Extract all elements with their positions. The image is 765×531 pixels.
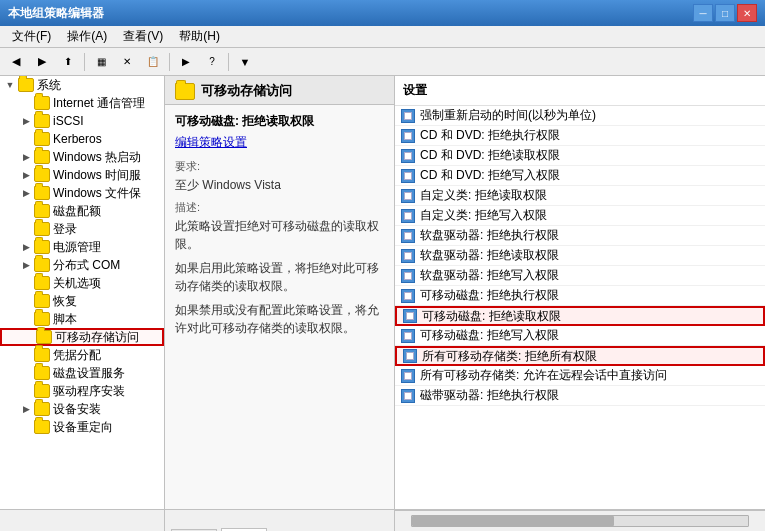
tree-item-driver-install[interactable]: 驱动程序安装 bbox=[0, 382, 164, 400]
folder-icon bbox=[34, 114, 50, 128]
tree-item-power[interactable]: ▶ 电源管理 bbox=[0, 238, 164, 256]
help-button[interactable]: ? bbox=[200, 51, 224, 73]
expand-icon[interactable]: ▶ bbox=[18, 149, 34, 165]
settings-item-icon-4 bbox=[401, 189, 415, 203]
tree-item-dcom[interactable]: ▶ 分布式 COM bbox=[0, 256, 164, 274]
requires-text: 至少 Windows Vista bbox=[175, 176, 384, 194]
tree-item-shutdown[interactable]: 关机选项 bbox=[0, 274, 164, 292]
tree-item-recovery[interactable]: 恢复 bbox=[0, 292, 164, 310]
tree-label: 磁盘设置服务 bbox=[53, 365, 125, 382]
settings-item-11[interactable]: 可移动磁盘: 拒绝写入权限 bbox=[395, 326, 765, 346]
tree-label: iSCSI bbox=[53, 114, 84, 128]
show-hide-button[interactable]: ▦ bbox=[89, 51, 113, 73]
folder-icon bbox=[34, 402, 50, 416]
menu-view[interactable]: 查看(V) bbox=[115, 26, 171, 47]
menu-action[interactable]: 操作(A) bbox=[59, 26, 115, 47]
settings-panel: 设置 强制重新启动的时间(以秒为单位) CD 和 DVD: 拒绝执行权限 CD … bbox=[395, 76, 765, 509]
expand-icon[interactable]: ▶ bbox=[18, 401, 34, 417]
settings-item-5[interactable]: 自定义类: 拒绝写入权限 bbox=[395, 206, 765, 226]
settings-item-text-4: 自定义类: 拒绝读取权限 bbox=[420, 187, 547, 204]
settings-item-2[interactable]: CD 和 DVD: 拒绝读取权限 bbox=[395, 146, 765, 166]
tree-item-credential[interactable]: 凭据分配 bbox=[0, 346, 164, 364]
settings-item-14[interactable]: 磁带驱动器: 拒绝执行权限 bbox=[395, 386, 765, 406]
separator-3 bbox=[228, 53, 229, 71]
tree-item-windows-hot[interactable]: ▶ Windows 热启动 bbox=[0, 148, 164, 166]
folder-icon-system bbox=[18, 78, 34, 92]
properties-button[interactable]: 📋 bbox=[141, 51, 165, 73]
expand-icon[interactable] bbox=[18, 275, 34, 291]
forward-button[interactable]: ▶ bbox=[30, 51, 54, 73]
settings-item-text-12: 所有可移动存储类: 拒绝所有权限 bbox=[422, 348, 597, 365]
tree-item-kerberos[interactable]: Kerberos bbox=[0, 130, 164, 148]
up-button[interactable]: ⬆ bbox=[56, 51, 80, 73]
settings-item-0[interactable]: 强制重新启动的时间(以秒为单位) bbox=[395, 106, 765, 126]
settings-item-icon-2 bbox=[401, 149, 415, 163]
expand-icon[interactable]: ▼ bbox=[2, 77, 18, 93]
run-button[interactable]: ▶ bbox=[174, 51, 198, 73]
settings-item-icon-11 bbox=[401, 329, 415, 343]
tree-item-script[interactable]: 脚本 bbox=[0, 310, 164, 328]
separator-2 bbox=[169, 53, 170, 71]
tree-item-removable-storage[interactable]: 可移动存储访问 bbox=[0, 328, 164, 346]
settings-item-10[interactable]: 可移动磁盘: 拒绝读取权限 bbox=[395, 306, 765, 326]
expand-icon[interactable] bbox=[18, 131, 34, 147]
delete-button[interactable]: ✕ bbox=[115, 51, 139, 73]
tree-label: 设备安装 bbox=[53, 401, 101, 418]
filter-button[interactable]: ▼ bbox=[233, 51, 257, 73]
tree-label: Windows 文件保 bbox=[53, 185, 141, 202]
expand-icon[interactable] bbox=[20, 329, 36, 345]
settings-item-6[interactable]: 软盘驱动器: 拒绝执行权限 bbox=[395, 226, 765, 246]
tree-item-login[interactable]: 登录 bbox=[0, 220, 164, 238]
maximize-button[interactable]: □ bbox=[715, 4, 735, 22]
edit-policy-link[interactable]: 编辑策略设置 bbox=[175, 135, 247, 149]
settings-item-8[interactable]: 软盘驱动器: 拒绝写入权限 bbox=[395, 266, 765, 286]
tree-item-device-redirect[interactable]: 设备重定向 bbox=[0, 418, 164, 436]
expand-icon[interactable]: ▶ bbox=[18, 185, 34, 201]
settings-item-4[interactable]: 自定义类: 拒绝读取权限 bbox=[395, 186, 765, 206]
expand-icon[interactable] bbox=[18, 383, 34, 399]
settings-item-icon-12 bbox=[403, 349, 417, 363]
tree-item-iscsi[interactable]: ▶ iSCSI bbox=[0, 112, 164, 130]
expand-icon[interactable] bbox=[18, 419, 34, 435]
expand-icon[interactable] bbox=[18, 221, 34, 237]
expand-icon[interactable] bbox=[18, 365, 34, 381]
tree-item-disk-quota[interactable]: 磁盘配额 bbox=[0, 202, 164, 220]
minimize-button[interactable]: ─ bbox=[693, 4, 713, 22]
settings-item-text-5: 自定义类: 拒绝写入权限 bbox=[420, 207, 547, 224]
tree-panel[interactable]: ▼ 系统 Internet 通信管理 ▶ iSCSI Kerberos ▶ Wi… bbox=[0, 76, 165, 509]
folder-icon bbox=[34, 312, 50, 326]
description-text-2: 如果启用此策略设置，将拒绝对此可移动存储类的读取权限。 bbox=[175, 259, 384, 295]
folder-icon bbox=[34, 150, 50, 164]
tree-item-windows-file[interactable]: ▶ Windows 文件保 bbox=[0, 184, 164, 202]
back-button[interactable]: ◀ bbox=[4, 51, 28, 73]
description-text-3: 如果禁用或没有配置此策略设置，将允许对此可移动存储类的读取权限。 bbox=[175, 301, 384, 337]
expand-icon[interactable] bbox=[18, 311, 34, 327]
menu-file[interactable]: 文件(F) bbox=[4, 26, 59, 47]
tree-item-windows-time[interactable]: ▶ Windows 时间服 bbox=[0, 166, 164, 184]
tree-item-device-install[interactable]: ▶ 设备安装 bbox=[0, 400, 164, 418]
settings-item-12[interactable]: 所有可移动存储类: 拒绝所有权限 bbox=[395, 346, 765, 366]
tree-item-internet[interactable]: Internet 通信管理 bbox=[0, 94, 164, 112]
tree-label: 分布式 COM bbox=[53, 257, 120, 274]
detail-body: 可移动磁盘: 拒绝读取权限 编辑策略设置 要求: 至少 Windows Vist… bbox=[165, 105, 394, 351]
tree-item-disk-service[interactable]: 磁盘设置服务 bbox=[0, 364, 164, 382]
expand-icon[interactable] bbox=[18, 203, 34, 219]
settings-item-3[interactable]: CD 和 DVD: 拒绝写入权限 bbox=[395, 166, 765, 186]
detail-header: 可移动存储访问 bbox=[165, 76, 394, 105]
settings-item-9[interactable]: 可移动磁盘: 拒绝执行权限 bbox=[395, 286, 765, 306]
settings-item-13[interactable]: 所有可移动存储类: 允许在远程会话中直接访问 bbox=[395, 366, 765, 386]
tree-item-system[interactable]: ▼ 系统 bbox=[0, 76, 164, 94]
settings-item-7[interactable]: 软盘驱动器: 拒绝读取权限 bbox=[395, 246, 765, 266]
expand-icon[interactable]: ▶ bbox=[18, 113, 34, 129]
expand-icon[interactable] bbox=[18, 95, 34, 111]
expand-icon[interactable] bbox=[18, 347, 34, 363]
menu-help[interactable]: 帮助(H) bbox=[171, 26, 228, 47]
settings-item-1[interactable]: CD 和 DVD: 拒绝执行权限 bbox=[395, 126, 765, 146]
close-button[interactable]: ✕ bbox=[737, 4, 757, 22]
expand-icon[interactable]: ▶ bbox=[18, 257, 34, 273]
expand-icon[interactable] bbox=[18, 293, 34, 309]
folder-icon bbox=[34, 96, 50, 110]
expand-icon[interactable]: ▶ bbox=[18, 239, 34, 255]
expand-icon[interactable]: ▶ bbox=[18, 167, 34, 183]
folder-icon-removable bbox=[36, 330, 52, 344]
